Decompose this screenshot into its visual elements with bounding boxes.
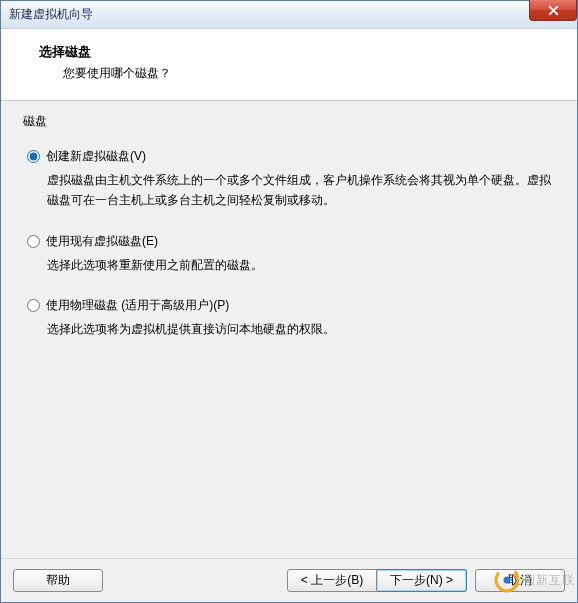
button-bar: 帮助 < 上一步(B) 下一步(N) > 取消: [1, 558, 577, 602]
option-existing-desc: 选择此选项将重新使用之前配置的磁盘。: [47, 256, 559, 276]
wizard-window: 新建虚拟机向导 选择磁盘 您要使用哪个磁盘？ 磁盘 创建新虚拟磁盘(V) 虚拟磁…: [0, 0, 578, 603]
page-title: 选择磁盘: [39, 43, 553, 61]
help-button[interactable]: 帮助: [13, 569, 103, 592]
section-label: 磁盘: [23, 113, 559, 130]
option-create-new: 创建新虚拟磁盘(V) 虚拟磁盘由主机文件系统上的一个或多个文件组成，客户机操作系…: [27, 148, 559, 211]
option-existing-label: 使用现有虚拟磁盘(E): [46, 233, 158, 250]
radio-physical[interactable]: [27, 299, 40, 312]
option-physical-desc: 选择此选项将为虚拟机提供直接访问本地硬盘的权限。: [47, 320, 559, 340]
cancel-button[interactable]: 取消: [475, 569, 565, 592]
back-button[interactable]: < 上一步(B): [287, 569, 377, 592]
radio-existing[interactable]: [27, 235, 40, 248]
close-icon: [548, 5, 559, 16]
option-existing: 使用现有虚拟磁盘(E) 选择此选项将重新使用之前配置的磁盘。: [27, 233, 559, 276]
option-existing-row[interactable]: 使用现有虚拟磁盘(E): [27, 233, 559, 250]
option-create-new-desc: 虚拟磁盘由主机文件系统上的一个或多个文件组成，客户机操作系统会将其视为单个硬盘。…: [47, 171, 559, 211]
content-area: 磁盘 创建新虚拟磁盘(V) 虚拟磁盘由主机文件系统上的一个或多个文件组成，客户机…: [1, 101, 577, 577]
option-physical: 使用物理磁盘 (适用于高级用户)(P) 选择此选项将为虚拟机提供直接访问本地硬盘…: [27, 297, 559, 340]
option-physical-row[interactable]: 使用物理磁盘 (适用于高级用户)(P): [27, 297, 559, 314]
next-button[interactable]: 下一步(N) >: [377, 569, 467, 592]
disk-options-group: 创建新虚拟磁盘(V) 虚拟磁盘由主机文件系统上的一个或多个文件组成，客户机操作系…: [27, 148, 559, 340]
close-button[interactable]: [529, 0, 577, 21]
option-physical-label: 使用物理磁盘 (适用于高级用户)(P): [46, 297, 229, 314]
window-title: 新建虚拟机向导: [9, 6, 93, 23]
titlebar: 新建虚拟机向导: [1, 1, 577, 29]
radio-create-new[interactable]: [27, 150, 40, 163]
option-create-new-label: 创建新虚拟磁盘(V): [46, 148, 146, 165]
option-create-new-row[interactable]: 创建新虚拟磁盘(V): [27, 148, 559, 165]
header-panel: 选择磁盘 您要使用哪个磁盘？: [1, 29, 577, 101]
page-subtitle: 您要使用哪个磁盘？: [63, 65, 553, 82]
